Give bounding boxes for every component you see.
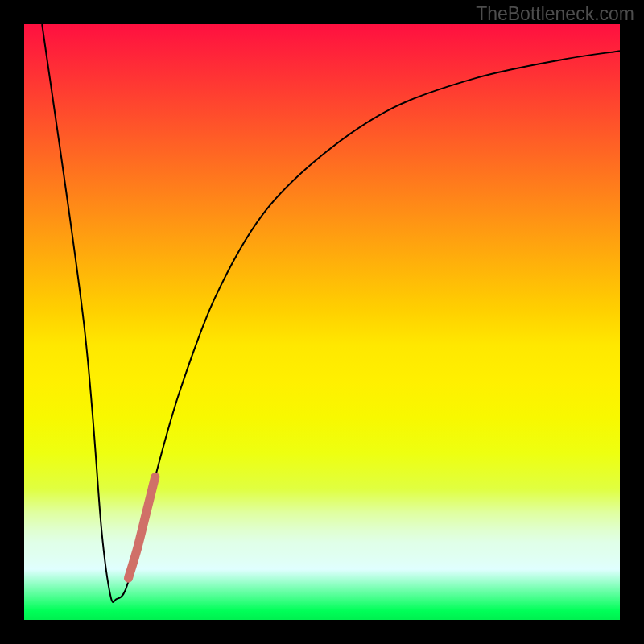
chart-container: TheBottleneck.com <box>0 0 644 644</box>
bottleneck-curve <box>42 24 620 602</box>
plot-area <box>24 24 620 620</box>
watermark-text: TheBottleneck.com <box>476 3 634 25</box>
curve-svg <box>24 24 620 620</box>
highlight-segment <box>129 477 155 578</box>
